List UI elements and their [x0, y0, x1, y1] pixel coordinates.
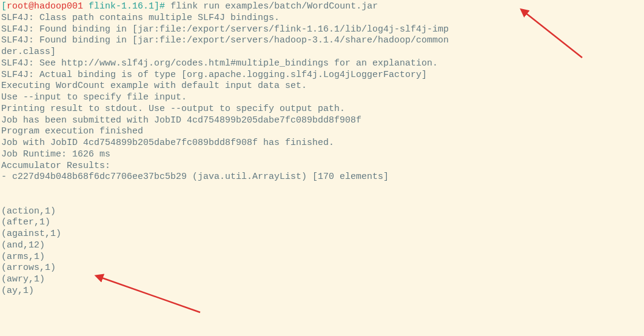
output-line: SLF4J: See http://www.slf4j.org/codes.ht… [1, 58, 643, 70]
prompt-at: @ [29, 1, 34, 12]
output-line: Use --input to specify file input. [1, 92, 643, 104]
word-result-line: (against,1) [1, 229, 643, 240]
prompt-close-bracket: ] [154, 1, 159, 12]
output-line: Executing WordCount example with default… [1, 81, 643, 92]
output-line: Job with JobID 4cd754899b205dabe7fc089bd… [1, 138, 643, 149]
prompt-user: root [7, 1, 29, 12]
prompt-hash: # [159, 1, 170, 12]
output-line: SLF4J: Actual binding is of type [org.ap… [1, 70, 643, 81]
prompt-path: flink-1.16.1 [83, 1, 154, 12]
output-line: Job has been submitted with JobID 4cd754… [1, 115, 643, 127]
output-line: Job Runtime: 1626 ms [1, 149, 643, 161]
word-result-line: (awry,1) [1, 274, 643, 286]
blank-line [1, 195, 643, 206]
word-result-line: (action,1) [1, 206, 643, 218]
prompt-host: hadoop001 [34, 1, 83, 12]
command-text[interactable]: flink run examples/batch/WordCount.jar [170, 1, 378, 12]
output-line: SLF4J: Class path contains multiple SLF4… [1, 13, 643, 24]
output-line: Program execution finished [1, 126, 643, 138]
word-result-line: (ay,1) [1, 286, 643, 297]
prompt-open-bracket: [ [1, 1, 7, 12]
output-line: SLF4J: Found binding in [jar:file:/expor… [1, 35, 643, 47]
word-result-line: (and,12) [1, 240, 643, 252]
output-line: der.class] [1, 47, 643, 58]
word-result-line: (arms,1) [1, 252, 643, 263]
output-line: SLF4J: Found binding in [jar:file:/expor… [1, 24, 643, 36]
output-line: Printing result to stdout. Use --output … [1, 104, 643, 115]
word-result-line: (after,1) [1, 217, 643, 229]
output-line: Accumulator Results: [1, 161, 643, 172]
command-prompt-line: [root@hadoop001 flink-1.16.1]# flink run… [1, 1, 643, 13]
word-result-line: (arrows,1) [1, 263, 643, 274]
blank-line [1, 183, 643, 195]
output-line: - c227d94b048b68f6dc7706ee37bc5b29 (java… [1, 172, 643, 183]
